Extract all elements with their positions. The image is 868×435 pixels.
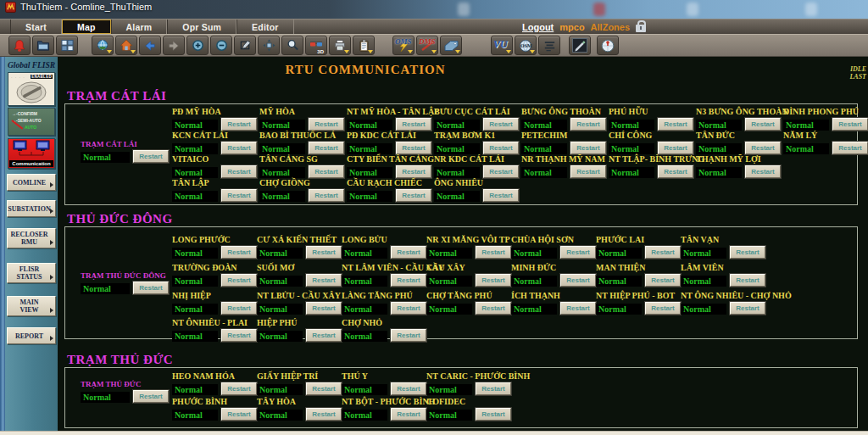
restart-button[interactable]: Restart [645, 302, 681, 315]
restart-button[interactable]: Restart [221, 408, 257, 421]
restart-button[interactable]: Restart [309, 142, 344, 154]
sidebar-button-report[interactable]: REPORT [7, 327, 56, 344]
osm-globe-icon[interactable]: OSM [515, 36, 537, 55]
dms-icon[interactable]: DMS [416, 36, 438, 55]
tab-opr-sum[interactable]: Opr Sum [167, 20, 236, 34]
forward-arrow-icon[interactable] [163, 36, 185, 55]
restart-button[interactable]: Restart [570, 142, 606, 154]
restart-button[interactable]: Restart [306, 382, 342, 395]
restart-button[interactable]: Restart [483, 189, 519, 202]
oms-icon[interactable]: OMS [392, 36, 415, 55]
tab-alarm[interactable]: Alarm [111, 20, 168, 34]
tab-editor[interactable]: Editor [236, 20, 294, 34]
flisr-enable-knob[interactable]: · · · · ENABLED [8, 72, 55, 106]
tag-icon[interactable] [440, 36, 462, 55]
sidebar-button-recloser-rmu[interactable]: RECLOSER RMU [7, 228, 56, 248]
pen-icon[interactable] [569, 36, 591, 55]
layers-icon[interactable] [538, 36, 560, 55]
sidebar-button-flisr-status[interactable]: FLISR STATUS [7, 263, 56, 283]
station-name: CHÍ CÔNG [609, 131, 696, 141]
restart-button[interactable]: Restart [730, 246, 765, 259]
restart-button[interactable]: Restart [560, 302, 596, 315]
zoom-in-icon[interactable] [186, 36, 209, 55]
restart-button[interactable]: Restart [391, 302, 426, 315]
lock-icon[interactable] [636, 25, 646, 32]
restart-button[interactable]: Restart [730, 302, 765, 315]
restart-button[interactable]: Restart [645, 274, 681, 287]
restart-button[interactable]: Restart [391, 274, 426, 287]
restart-button[interactable]: Restart [306, 246, 342, 259]
restart-button[interactable]: Restart [483, 118, 519, 131]
tab-start[interactable]: Start [10, 20, 62, 34]
restart-button[interactable]: Restart [570, 165, 606, 178]
restart-button[interactable]: Restart [221, 246, 257, 259]
restart-button[interactable]: Restart [396, 142, 431, 154]
restart-button[interactable]: Restart [309, 165, 344, 178]
restart-button[interactable]: Restart [476, 274, 511, 287]
restart-button[interactable]: Restart [221, 118, 257, 131]
home-icon[interactable] [115, 36, 137, 55]
zoom-out-icon[interactable] [210, 36, 232, 55]
restart-button[interactable]: Restart [560, 246, 596, 259]
communication-panel-button[interactable]: Communication [8, 138, 55, 169]
restart-button[interactable]: Restart [476, 246, 511, 259]
restart-button[interactable]: Restart [560, 274, 596, 287]
station-nr-thanh-my-nam: NR THẠNH MỸ NAMNormalRestart [521, 154, 609, 178]
restart-button[interactable]: Restart [645, 246, 681, 259]
printer-icon[interactable] [329, 36, 351, 55]
back-arrow-icon[interactable] [139, 36, 161, 55]
restart-button[interactable]: Restart [476, 302, 511, 315]
restart-button[interactable]: Restart [745, 165, 781, 178]
folder-icon[interactable] [32, 36, 54, 55]
restart-button[interactable]: Restart [391, 408, 426, 421]
compass-pin-icon[interactable] [597, 36, 619, 55]
restart-button[interactable]: Restart [306, 274, 342, 287]
restart-button[interactable]: Restart [306, 329, 342, 342]
magnifier-icon[interactable] [281, 36, 303, 55]
restart-button[interactable]: Restart [221, 142, 257, 154]
restart-button[interactable]: Restart [832, 118, 868, 131]
restart-button[interactable]: Restart [832, 142, 868, 154]
restart-button[interactable]: Restart [745, 142, 781, 154]
restart-button[interactable]: Restart [309, 189, 344, 202]
restart-button[interactable]: Restart [221, 329, 257, 342]
restart-button[interactable]: Restart [745, 118, 781, 131]
sidebar-button-main-view[interactable]: MAIN VIEW [7, 296, 56, 316]
restart-button[interactable]: Restart [658, 118, 693, 131]
restart-button[interactable]: Restart [306, 408, 342, 421]
restart-button[interactable]: Restart [306, 302, 342, 315]
tab-map[interactable]: Map [62, 20, 111, 34]
restart-button[interactable]: Restart [309, 118, 344, 131]
restart-button[interactable]: Restart [221, 165, 257, 178]
report-clipboard-icon[interactable] [353, 36, 375, 55]
restart-button[interactable]: Restart [391, 329, 426, 342]
restart-button[interactable]: Restart [221, 382, 257, 395]
mode-gauge[interactable]: →-CONFIRM→-SEMI-AUTO→AUTO [8, 108, 55, 136]
restart-button[interactable]: Restart [396, 118, 431, 131]
restart-button[interactable]: Restart [396, 165, 431, 178]
restart-button[interactable]: Restart [396, 189, 431, 202]
restart-button[interactable]: Restart [658, 165, 693, 178]
sidebar-button-comline[interactable]: COMLINE [7, 174, 56, 191]
restart-button[interactable]: Restart [221, 302, 257, 315]
restart-button[interactable]: Restart [730, 274, 765, 287]
restart-button[interactable]: Restart [570, 118, 606, 131]
globe-icon[interactable] [92, 36, 114, 55]
restart-button[interactable]: Restart [221, 274, 257, 287]
pan-icon[interactable] [258, 36, 280, 55]
restart-button[interactable]: Restart [658, 142, 693, 154]
logout-link[interactable]: Logout [522, 22, 554, 32]
restart-button[interactable]: Restart [391, 382, 426, 395]
restart-button[interactable]: Restart [391, 246, 426, 259]
restart-button[interactable]: Restart [221, 189, 257, 202]
restart-button[interactable]: Restart [483, 142, 519, 154]
sidebar-button-substation[interactable]: SUBSTATION [7, 200, 56, 217]
crop-icon[interactable] [234, 36, 256, 55]
restart-button[interactable]: Restart [483, 165, 519, 178]
vu-icon[interactable]: VU [491, 36, 513, 55]
alarm-bell-icon[interactable] [8, 36, 31, 55]
restart-button[interactable]: Restart [476, 382, 511, 395]
window-tiles-icon[interactable] [56, 36, 78, 55]
restart-button[interactable]: Restart [476, 408, 511, 421]
glasses-3d-icon[interactable]: 3D [305, 36, 327, 55]
